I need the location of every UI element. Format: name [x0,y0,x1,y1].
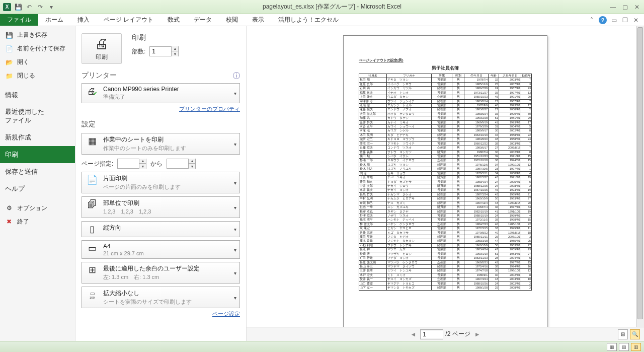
nav-close[interactable]: 📁閉じる [0,69,75,83]
table-cell: 1983/3/18 [464,239,489,243]
table-cell: 男 [452,231,464,235]
preview-scrollbar[interactable] [636,26,644,341]
table-cell: 19 [521,176,532,180]
table-cell: 1990/8/18 [499,201,521,205]
table-cell: 1993/4/1 [499,188,521,192]
nav-options[interactable]: ⚙オプション [0,201,75,215]
table-cell: 男 [452,99,464,103]
table-cell: スズキ ノリユキ [386,167,431,171]
nav-close-label: 閉じる [17,72,35,80]
table-cell: 1972/10/18 [464,159,489,163]
nav-share[interactable]: 保存と送信 [0,163,75,180]
paper-dropdown[interactable]: ▭ A4 21 cm x 29.7 cm [82,240,240,259]
copies-down-icon[interactable]: ▼ [172,51,178,56]
nav-new[interactable]: 新規作成 [0,129,75,146]
status-bar: ▦ ▤ ▥ [0,341,644,352]
table-cell: 松原 謙太朗 [359,260,387,264]
nav-help[interactable]: ヘルプ [0,180,75,197]
page-from-input[interactable] [118,160,139,167]
formulas-tab[interactable]: 数式 [160,14,187,26]
page-number-field[interactable] [420,329,443,339]
page-from-down-icon[interactable]: ▼ [139,164,146,169]
view-normal-icon[interactable]: ▦ [607,343,617,351]
printer-dropdown[interactable]: 🖨✔ Canon MP990 series Printer 準備完了 [82,83,240,103]
help-icon[interactable]: ? [599,16,607,24]
restore-icon[interactable]: ▢ [621,3,629,11]
table-row: 豊田 和久トヨダ カズヒサ営業部男1983/4/24272005/4/15 [359,180,532,184]
nav-print[interactable]: 印刷 [0,146,75,163]
page-setup-link[interactable]: ページ設定 [212,311,240,317]
table-cell: 1979/3/29 [464,125,489,129]
table-cell: マツザキ ヒロシ [386,252,431,256]
table-row: 遠藤 信夫エンドウ ノブオ経理部男1983/8/27272008/4/12 [359,108,532,112]
copies-up-icon[interactable]: ▲ [172,46,178,51]
paper-sub: 21 cm x 29.7 cm [103,250,144,256]
minimize-icon[interactable]: — [609,3,617,11]
table-cell: 男 [452,205,464,209]
nav-saveas[interactable]: 📄名前を付けて保存 [0,42,75,55]
pagelayout-tab[interactable]: ページ レイアウト [97,14,160,26]
table-cell: 営業部 [432,218,452,222]
addin-tab[interactable]: 活用しよう！エクセル [271,14,346,26]
redo-icon[interactable]: ↷ [36,3,44,11]
file-tab[interactable]: ファイル [0,14,38,26]
qat-dropdown-icon[interactable]: ▾ [47,3,55,11]
undo-icon[interactable]: ↶ [25,3,33,11]
scrollbar-thumb[interactable] [637,27,643,319]
prev-page-icon[interactable]: ◄ [408,331,418,338]
page-from-up-icon[interactable]: ▲ [139,159,146,164]
table-cell: 松山 泰三 [359,264,387,268]
page-number-input[interactable] [421,331,443,338]
zoom-page-icon[interactable]: 🔍 [630,329,640,339]
workbook-minimize-icon[interactable]: ▭ [610,16,618,24]
sides-dropdown[interactable]: 📄 片面印刷 ページの片面のみを印刷します [82,172,240,193]
workbook-close-icon[interactable]: ✕ [632,16,640,24]
table-cell: 宇津井 淳一 [359,99,387,103]
close-icon[interactable]: ✕ [633,3,641,11]
table-cell: 男 [452,214,464,218]
view-pagebreak-icon[interactable]: ▥ [631,343,641,351]
minimize-ribbon-icon[interactable]: ˄ [588,16,596,24]
scaling-dropdown[interactable]: ▭100 拡大縮小なし シートを実際のサイズで印刷します [82,287,240,308]
table-cell: イイハラ シロウ [386,82,431,86]
page-to-up-icon[interactable]: ▲ [189,159,195,164]
view-tab[interactable]: 表示 [245,14,271,26]
margins-dropdown[interactable]: ⊞ 最後に適用した余白のユーザー設定 左: 1.3 cm 右: 1.3 cm [82,262,240,284]
table-cell: 関 涼 [359,171,387,175]
printer-properties-link[interactable]: プリンターのプロパティ [179,106,240,112]
page-from-spinner[interactable]: ▲▼ [117,159,146,169]
table-cell: 31 [489,125,499,129]
orientation-dropdown[interactable]: ▯ 縦方向 [82,221,240,237]
nav-info[interactable]: 情報 [0,87,75,104]
printer-info-icon[interactable]: i [233,72,240,79]
next-page-icon[interactable]: ► [472,331,482,338]
nav-save[interactable]: 💾上書き保存 [0,28,75,42]
table-cell: 企画部 [432,146,452,150]
save-icon[interactable]: 💾 [14,3,22,11]
table-cell: マチダ ヨシオ [386,256,431,260]
page-to-input[interactable] [167,160,188,167]
nav-recent[interactable]: 最近使用したファイル [0,104,75,129]
copies-input[interactable] [150,48,171,55]
table-cell: 1999/4/1 [499,227,521,231]
table-cell: 1970/9/9 [464,103,489,107]
workbook-restore-icon[interactable]: ❐ [621,16,629,24]
data-tab[interactable]: データ [187,14,219,26]
show-margins-icon[interactable]: ⊞ [618,329,628,339]
review-tab[interactable]: 校閲 [219,14,245,26]
table-cell: 2009/4/1 [499,248,521,252]
insert-tab[interactable]: 挿入 [70,14,97,26]
view-layout-icon[interactable]: ▤ [619,343,629,351]
table-cell: 男 [452,91,464,95]
copies-spinner[interactable]: ▲▼ [149,46,179,56]
print-what-dropdown[interactable]: ▦ 作業中のシートを印刷 作業中のシートのみを印刷します [82,133,240,155]
table-cell: 19 [521,188,532,192]
collate-dropdown[interactable]: 🗐 部単位で印刷 1,2,3 1,2,3 1,2,3 [82,196,240,218]
nav-exit[interactable]: ✖終了 [0,215,75,229]
page-to-spinner[interactable]: ▲▼ [167,159,196,169]
ribbon-tabs: ファイル ホーム 挿入 ページ レイアウト 数式 データ 校閲 表示 活用しよう… [0,14,644,26]
print-button[interactable]: 🖨 印刷 [82,33,122,64]
nav-open[interactable]: 📂開く [0,55,75,69]
page-to-down-icon[interactable]: ▼ [189,164,195,169]
home-tab[interactable]: ホーム [38,14,70,26]
